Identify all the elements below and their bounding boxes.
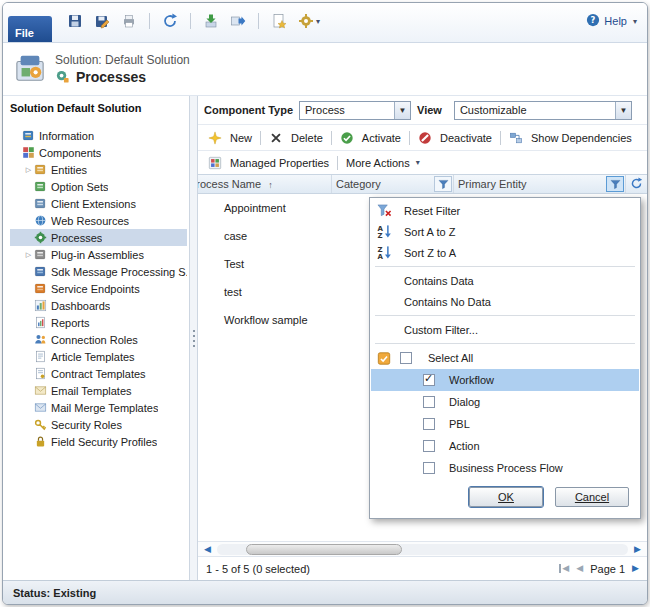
chevron-down-icon: ▾: [316, 17, 320, 26]
record-count-summary: 1 - 5 of 5 (0 selected): [206, 563, 559, 575]
component-type-label: Component Type: [204, 104, 293, 116]
toolbar-separator: [409, 131, 410, 145]
sort-za-icon: ZA: [377, 245, 397, 261]
sidebar-item-contract-templates[interactable]: Contract Templates: [10, 365, 187, 382]
column-header-category[interactable]: Category: [332, 175, 454, 193]
dialog-checkbox[interactable]: [423, 396, 435, 408]
svg-text:Z: Z: [377, 231, 382, 239]
sidebar-item-field-security-profiles[interactable]: Field Security Profiles: [10, 433, 187, 450]
sidebar-item-components[interactable]: Components: [10, 144, 187, 161]
sidebar-item-web-resources[interactable]: Web Resources: [10, 212, 187, 229]
scrollbar-thumb[interactable]: [246, 544, 402, 555]
view-select[interactable]: Customizable ▼: [454, 101, 632, 120]
scrollbar-track[interactable]: [217, 544, 628, 555]
new-button[interactable]: New: [202, 129, 258, 147]
show-dependencies-button[interactable]: Show Dependencies: [503, 129, 638, 147]
new-record-icon[interactable]: [269, 11, 289, 31]
sidebar-item-service-endpoints[interactable]: Service Endpoints: [10, 280, 187, 297]
previous-page-icon[interactable]: ◀: [576, 564, 583, 573]
help-menu[interactable]: ? Help ▾: [586, 13, 637, 29]
export-icon[interactable]: [228, 11, 248, 31]
menu-icon-placeholder: [377, 294, 397, 310]
column-header-primary-entity[interactable]: Primary Entity: [454, 175, 626, 193]
expand-chevron-icon[interactable]: ▷: [23, 166, 34, 174]
menu-item-sort-a-to-z[interactable]: AZSort A to Z: [371, 221, 639, 242]
activate-button[interactable]: Activate: [334, 129, 407, 147]
column-label: Process Name: [198, 178, 261, 190]
expand-chevron-icon[interactable]: ▷: [23, 251, 34, 259]
sidebar-item-client-extensions[interactable]: Client Extensions: [10, 195, 187, 212]
workflow-checkbox[interactable]: [423, 374, 435, 386]
category-filter-icon[interactable]: [434, 176, 452, 192]
menu-option-select-all[interactable]: Select All: [371, 347, 639, 369]
menu-option-action[interactable]: Action: [371, 435, 639, 457]
plugin-assemblies-icon: [34, 248, 47, 261]
deactivate-button[interactable]: Deactivate: [412, 129, 498, 147]
settings-icon[interactable]: ▾: [296, 11, 322, 31]
reports-icon: [34, 316, 47, 329]
save-as-icon[interactable]: [92, 11, 112, 31]
pane-splitter[interactable]: [189, 96, 198, 580]
action-checkbox[interactable]: [423, 440, 435, 452]
sidebar-item-sdk-message-processing-s[interactable]: Sdk Message Processing S...: [10, 263, 187, 280]
chevron-down-icon: ▼: [394, 102, 410, 119]
sidebar-item-reports[interactable]: Reports: [10, 314, 187, 331]
sidebar-item-connection-roles[interactable]: Connection Roles: [10, 331, 187, 348]
save-icon[interactable]: [65, 11, 85, 31]
solution-icon: [15, 53, 45, 85]
splitter-grip-icon: [193, 330, 195, 332]
managed-properties-button[interactable]: Managed Properties: [202, 154, 335, 172]
menu-option-dialog[interactable]: Dialog: [371, 391, 639, 413]
menu-separator: [375, 315, 635, 316]
cancel-button[interactable]: Cancel: [555, 487, 629, 507]
next-page-icon[interactable]: ▶: [632, 564, 639, 573]
menu-option-pbl[interactable]: PBL: [371, 413, 639, 435]
solution-navigation-sidebar: Solution Default Solution InformationCom…: [3, 96, 189, 580]
sidebar-item-dashboards[interactable]: Dashboards: [10, 297, 187, 314]
menu-item-contains-no-data[interactable]: Contains No Data: [371, 291, 639, 312]
sidebar-item-article-templates[interactable]: Article Templates: [10, 348, 187, 365]
more-actions-button[interactable]: More Actions▾: [340, 155, 426, 171]
column-filter-menu: Reset FilterAZSort A to ZZASort Z to ACo…: [369, 197, 641, 519]
select-all-checkbox[interactable]: [400, 352, 412, 364]
scroll-left-icon[interactable]: ◀: [201, 545, 214, 554]
first-page-icon[interactable]: ◀: [559, 564, 569, 573]
menu-item-sort-z-to-a[interactable]: ZASort Z to A: [371, 242, 639, 263]
ok-button[interactable]: OK: [469, 487, 543, 507]
option-sets-icon: [34, 180, 47, 193]
menu-option-business-process-flow[interactable]: Business Process Flow: [371, 457, 639, 479]
sidebar-item-processes[interactable]: Processes: [10, 229, 187, 246]
grid-refresh-button[interactable]: [626, 175, 647, 193]
sidebar-item-option-sets[interactable]: Option Sets: [10, 178, 187, 195]
scroll-right-icon[interactable]: ▶: [631, 545, 644, 554]
chevron-down-icon: ▾: [633, 17, 637, 26]
sidebar-item-information[interactable]: Information: [10, 127, 187, 144]
delete-button[interactable]: Delete: [263, 129, 329, 147]
menu-item-contains-data[interactable]: Contains Data: [371, 270, 639, 291]
menu-item-custom-filter[interactable]: Custom Filter...: [371, 319, 639, 340]
import-icon[interactable]: [201, 11, 221, 31]
component-type-select[interactable]: Process ▼: [299, 101, 411, 120]
sidebar-item-plug-in-assemblies[interactable]: ▷Plug-in Assemblies: [10, 246, 187, 263]
sidebar-item-security-roles[interactable]: Security Roles: [10, 416, 187, 433]
primary-entity-filter-icon[interactable]: [606, 176, 624, 192]
pbl-checkbox[interactable]: [423, 418, 435, 430]
status-bar: Status: Existing: [3, 580, 647, 604]
menu-option-workflow[interactable]: Workflow: [371, 369, 639, 391]
toolbar-separator: [258, 13, 259, 29]
file-tab[interactable]: File: [8, 16, 52, 42]
refresh-icon[interactable]: [160, 11, 180, 31]
components-icon: [22, 146, 35, 159]
print-icon[interactable]: [119, 11, 139, 31]
horizontal-scrollbar[interactable]: ◀ ▶: [198, 541, 647, 556]
sidebar-item-email-templates[interactable]: Email Templates: [10, 382, 187, 399]
filter-state-icon: [377, 350, 391, 366]
menu-item-reset-filter[interactable]: Reset Filter: [371, 200, 639, 221]
sidebar-item-mail-merge-templates[interactable]: Mail Merge Templates: [10, 399, 187, 416]
business-process-flow-checkbox[interactable]: [423, 462, 435, 474]
toolbar-separator: [149, 13, 150, 29]
page-label: Page 1: [590, 563, 625, 575]
refresh-icon: [630, 177, 643, 192]
column-header-process-name[interactable]: Process Name ↑: [198, 175, 332, 193]
sidebar-item-entities[interactable]: ▷Entities: [10, 161, 187, 178]
